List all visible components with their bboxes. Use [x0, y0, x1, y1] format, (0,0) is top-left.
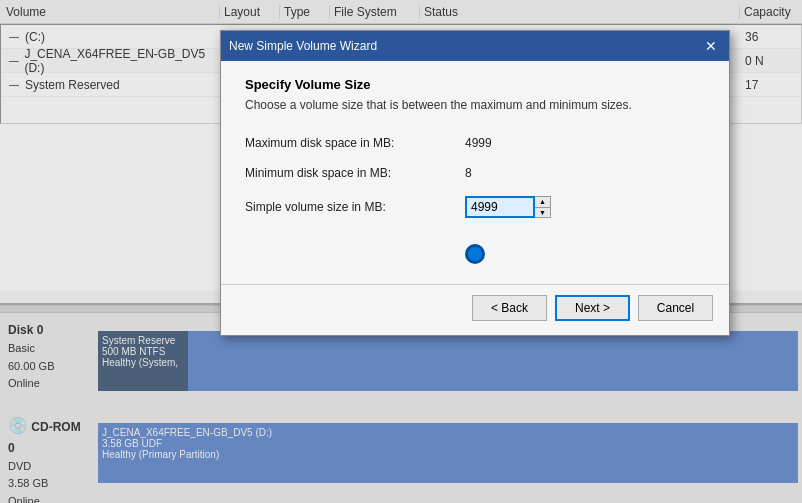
dialog-titlebar: New Simple Volume Wizard ✕ [221, 31, 729, 61]
next-button[interactable]: Next > [555, 295, 630, 321]
spinner-buttons: ▲ ▼ [535, 196, 551, 218]
dialog-progress-area [245, 234, 705, 268]
dialog-title: New Simple Volume Wizard [229, 39, 377, 53]
dialog-close-button[interactable]: ✕ [701, 36, 721, 56]
volume-size-label: Simple volume size in MB: [245, 200, 465, 214]
back-button[interactable]: < Back [472, 295, 547, 321]
dialog-section-title: Specify Volume Size [245, 77, 705, 92]
dialog-section-subtitle: Choose a volume size that is between the… [245, 98, 705, 112]
dialog-body: Specify Volume Size Choose a volume size… [221, 61, 729, 284]
wizard-dialog: New Simple Volume Wizard ✕ Specify Volum… [220, 30, 730, 336]
dialog-footer: < Back Next > Cancel [221, 284, 729, 335]
max-disk-label: Maximum disk space in MB: [245, 136, 465, 150]
min-disk-space-row: Minimum disk space in MB: 8 [245, 166, 705, 180]
volume-size-input[interactable] [465, 196, 535, 218]
cancel-button[interactable]: Cancel [638, 295, 713, 321]
max-disk-space-row: Maximum disk space in MB: 4999 [245, 136, 705, 150]
volume-size-input-wrap: ▲ ▼ [465, 196, 551, 218]
max-disk-value: 4999 [465, 136, 492, 150]
spinner-down-button[interactable]: ▼ [535, 208, 550, 218]
volume-size-row: Simple volume size in MB: ▲ ▼ [245, 196, 705, 218]
spinner-up-button[interactable]: ▲ [535, 197, 550, 208]
min-disk-label: Minimum disk space in MB: [245, 166, 465, 180]
min-disk-value: 8 [465, 166, 472, 180]
progress-indicator [465, 244, 485, 264]
